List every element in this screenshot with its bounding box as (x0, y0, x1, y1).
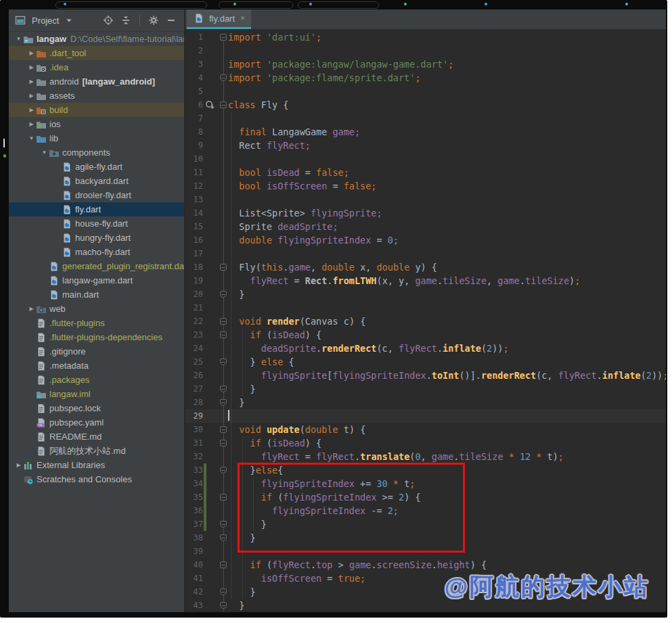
tree-item-langaw.iml[interactable]: langaw.iml (9, 387, 184, 401)
tree-item-.flutter-plugins[interactable]: .flutter-plugins (9, 316, 184, 330)
locate-icon[interactable] (102, 14, 114, 26)
code-line-36[interactable]: 36 flyingSpriteIndex -= 2; (185, 504, 666, 517)
fold-marker-icon[interactable] (220, 34, 227, 41)
fold-marker-icon[interactable] (220, 426, 227, 433)
fold-marker-icon[interactable] (220, 74, 227, 81)
chevron-down-icon[interactable] (63, 14, 75, 26)
tree-item-ios[interactable]: ▶ios (9, 117, 184, 131)
fold-marker-icon[interactable] (220, 534, 227, 541)
tree-item-macho-fly.dart[interactable]: macho-fly.dart (9, 245, 184, 259)
tree-item-build[interactable]: ▶build (9, 103, 184, 117)
fold-marker-icon[interactable] (220, 589, 227, 595)
tree-item-.gitignore[interactable]: .gitignore (9, 344, 184, 359)
tree-item-.idea[interactable]: ▶.idea (9, 60, 184, 74)
code-line-7[interactable]: 7 (185, 112, 666, 125)
fold-marker-icon[interactable] (220, 561, 227, 568)
tree-item-pubspec.lock[interactable]: pubspec.lock (9, 401, 184, 415)
implementations-icon[interactable] (204, 99, 215, 110)
code-line-13[interactable]: 13 (185, 193, 666, 206)
code-line-34[interactable]: 34 flyingSpriteIndex += 30 * t; (185, 477, 666, 490)
fold-marker-icon[interactable] (220, 331, 227, 338)
expanded-arrow-icon[interactable]: ▼ (27, 135, 36, 141)
code-editor[interactable]: 1import 'dart:ui';23import 'package:lang… (185, 29, 666, 612)
fold-marker-icon[interactable] (220, 386, 227, 392)
code-line-35[interactable]: 35 if (flyingSpriteIndex >= 2) { (185, 490, 666, 504)
code-line-31[interactable]: 31 if (isDead) { (185, 436, 666, 450)
fold-marker-icon[interactable] (220, 318, 227, 325)
collapsed-arrow-icon[interactable]: ▶ (27, 306, 36, 312)
code-line-3[interactable]: 3import 'package:langaw/langaw-game.dart… (185, 57, 666, 71)
tree-item-external-libraries[interactable]: ▶External Libraries (9, 458, 184, 472)
fold-marker-icon[interactable] (220, 291, 227, 298)
code-line-27[interactable]: 27 } (185, 382, 666, 396)
tree-item-scratches-and-consoles[interactable]: Scratches and Consoles (9, 472, 184, 486)
code-line-16[interactable]: 16 double flyingSpriteIndex = 0; (185, 233, 666, 247)
code-line-5[interactable]: 5 (185, 85, 666, 98)
code-line-19[interactable]: 19 flyRect = Rect.fromLTWH(x, y, game.ti… (185, 274, 666, 287)
code-line-23[interactable]: 23 if (isDead) { (185, 328, 666, 342)
code-line-2[interactable]: 2 (185, 44, 666, 57)
fold-marker-icon[interactable] (220, 440, 227, 446)
collapsed-arrow-icon[interactable]: ▶ (14, 462, 23, 468)
tree-item-readme.md[interactable]: README.md (9, 430, 184, 444)
code-line-4[interactable]: 4import 'package:flame/sprite.dart'; (185, 71, 666, 85)
fold-marker-icon[interactable] (220, 359, 227, 365)
tree-item-assets[interactable]: ▶assets (9, 89, 184, 103)
collapsed-arrow-icon[interactable]: ▶ (27, 121, 36, 127)
tree-item-android[interactable]: ▶android[langaw_android] (9, 74, 184, 89)
code-line-33[interactable]: 33 }else{ (185, 463, 666, 477)
collapsed-arrow-icon[interactable]: ▶ (27, 78, 36, 85)
code-line-8[interactable]: 8 final LangawGame game; (185, 125, 666, 139)
tree-item-.flutter-plugins-dependencies[interactable]: .flutter-plugins-dependencies (9, 330, 184, 344)
code-line-12[interactable]: 12 bool isOffScreen = false; (185, 179, 666, 193)
fold-marker-icon[interactable] (220, 494, 227, 501)
collapsed-arrow-icon[interactable]: ▶ (27, 50, 36, 56)
code-line-18[interactable]: 18 Fly(this.game, double x, double y) { (185, 260, 666, 274)
code-line-37[interactable]: 37 } (185, 517, 666, 531)
expanded-arrow-icon[interactable]: ▼ (40, 149, 49, 156)
code-line-25[interactable]: 25 } else { (185, 355, 666, 369)
tree-item-hungry-fly.dart[interactable]: hungry-fly.dart (9, 231, 184, 245)
code-line-22[interactable]: 22 void render(Canvas c) { (185, 315, 666, 328)
code-line-10[interactable]: 10 (185, 152, 666, 166)
collapsed-arrow-icon[interactable]: ▶ (27, 64, 36, 70)
fold-marker-icon[interactable] (220, 399, 227, 406)
code-line-40[interactable]: 40 if (flyRect.top > game.screenSize.hei… (185, 558, 666, 572)
code-line-38[interactable]: 38 } (185, 531, 666, 545)
fold-marker-icon[interactable] (220, 264, 227, 271)
tree-item-main.dart[interactable]: main.dart (9, 287, 184, 302)
code-line-26[interactable]: 26 flyingSprite[flyingSpriteIndex.toInt(… (185, 369, 666, 382)
minimize-icon[interactable] (165, 14, 177, 26)
settings-icon[interactable] (148, 14, 160, 26)
tree-item-house-fly.dart[interactable]: house-fly.dart (9, 216, 184, 231)
tree-item-阿航的技术小站.md[interactable]: 阿航的技术小站.md (9, 444, 184, 458)
code-line-24[interactable]: 24 deadSprite.renderRect(c, flyRect.infl… (185, 342, 666, 355)
code-line-1[interactable]: 1import 'dart:ui'; (185, 30, 666, 44)
tree-item-lib[interactable]: ▼lib (9, 131, 184, 145)
fold-marker-icon[interactable] (220, 521, 227, 528)
tab-close-icon[interactable]: × (240, 14, 245, 23)
collapse-all-icon[interactable] (120, 14, 132, 26)
code-line-39[interactable]: 39 (185, 545, 666, 558)
tree-item-backyard.dart[interactable]: backyard.dart (9, 174, 184, 188)
tree-item-.dart-tool[interactable]: ▶.dart_tool (9, 46, 184, 60)
fold-marker-icon[interactable] (220, 467, 227, 474)
expanded-arrow-icon[interactable]: ▼ (14, 36, 23, 42)
code-line-21[interactable]: 21 (185, 301, 666, 315)
code-line-17[interactable]: 17 (185, 247, 666, 260)
code-line-14[interactable]: 14 List<Sprite> flyingSprite; (185, 206, 666, 220)
code-line-28[interactable]: 28 } (185, 396, 666, 409)
fold-marker-icon[interactable] (220, 101, 227, 108)
code-line-11[interactable]: 11 bool isDead = false; (185, 166, 666, 179)
tree-item-agile-fly.dart[interactable]: agile-fly.dart (9, 160, 184, 174)
tree-item-generated-plugin-registrant.dart[interactable]: generated_plugin_registrant.dart (9, 259, 184, 273)
code-line-15[interactable]: 15 Sprite deadSprite; (185, 220, 666, 233)
tree-item-fly.dart[interactable]: fly.dart (9, 202, 184, 216)
fold-marker-icon[interactable] (220, 602, 227, 609)
code-line-30[interactable]: 30 void update(double t) { (185, 423, 666, 436)
tree-item-langaw-game.dart[interactable]: langaw-game.dart (9, 273, 184, 287)
tab-fly-dart[interactable]: fly.dart × (187, 9, 251, 29)
tree-item-pubspec.yaml[interactable]: YMLpubspec.yaml (9, 415, 184, 430)
tree-item-.packages[interactable]: .packages (9, 373, 184, 387)
tree-item-langaw[interactable]: ▼langawD:\Code\Self\flame-tutorial\lan (9, 32, 184, 46)
